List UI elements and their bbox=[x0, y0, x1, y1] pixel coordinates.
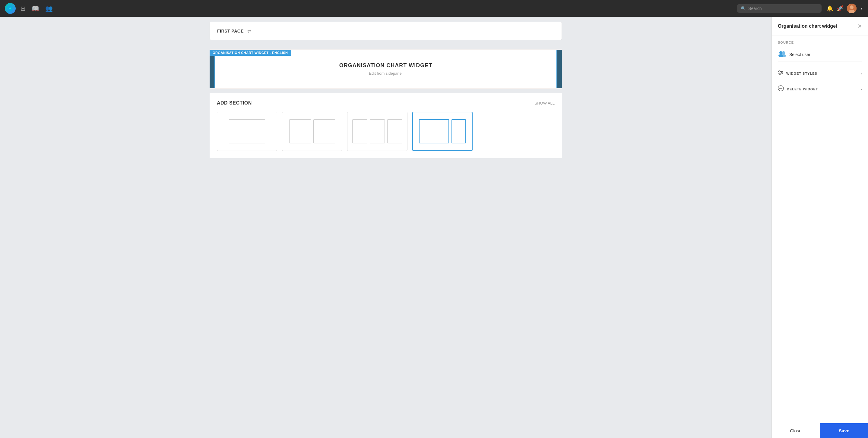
nav-icons: ⊞ 📖 👥 bbox=[21, 5, 53, 12]
page-icon: ⇄ bbox=[247, 28, 251, 34]
book-icon[interactable]: 📖 bbox=[32, 5, 39, 12]
avatar-dropdown-caret[interactable]: ▼ bbox=[860, 7, 863, 10]
page-title: FIRST PAGE bbox=[217, 29, 244, 33]
svg-point-13 bbox=[781, 73, 783, 74]
layout-options bbox=[217, 112, 555, 151]
delete-widget-left: DELETE WIDGET bbox=[778, 85, 818, 93]
rocket-icon[interactable]: 🚀 bbox=[837, 5, 843, 12]
delete-widget-row[interactable]: DELETE WIDGET › bbox=[778, 81, 862, 97]
side-panel-close-icon[interactable]: ✕ bbox=[858, 23, 862, 30]
layout-single-column[interactable] bbox=[217, 112, 277, 151]
sliders-icon bbox=[778, 70, 783, 76]
page-container: FIRST PAGE ⇄ ORGANISATION CHART WIDGET -… bbox=[205, 17, 567, 163]
svg-point-6 bbox=[779, 51, 782, 54]
widget-styles-row[interactable]: WIDGET STYLES › bbox=[778, 66, 862, 81]
widget-styles-chevron-icon: › bbox=[861, 71, 862, 76]
source-label: SOURCE bbox=[778, 41, 862, 44]
svg-point-11 bbox=[779, 71, 780, 72]
main-layout: FIRST PAGE ⇄ ORGANISATION CHART WIDGET -… bbox=[0, 17, 868, 438]
widget-subtitle: Edit from sidepanel bbox=[221, 71, 550, 76]
layout-two-column[interactable] bbox=[282, 112, 342, 151]
delete-circle-icon bbox=[778, 85, 784, 93]
delete-widget-label: DELETE WIDGET bbox=[787, 87, 818, 91]
layout-two-column-unequal[interactable] bbox=[412, 112, 473, 151]
avatar[interactable] bbox=[847, 4, 857, 13]
notifications-icon[interactable]: 🔔 bbox=[826, 5, 833, 12]
show-all-button[interactable]: SHOW ALL bbox=[535, 101, 555, 105]
side-panel-body: SOURCE Select user bbox=[772, 36, 868, 423]
side-panel-title: Organisation chart widget bbox=[778, 24, 837, 29]
layout-three-column[interactable] bbox=[347, 112, 407, 151]
top-navigation: ⊞ 📖 👥 🔍 🔔 🚀 ▼ bbox=[0, 0, 868, 17]
widget-section: ORGANISATION CHART WIDGET - ENGLISH ORGA… bbox=[210, 50, 562, 88]
select-user-label: Select user bbox=[789, 52, 810, 57]
select-user-row[interactable]: Select user bbox=[778, 48, 862, 62]
search-bar[interactable]: 🔍 bbox=[737, 4, 822, 13]
close-button[interactable]: Close bbox=[772, 423, 820, 438]
layers-icon[interactable]: ⊞ bbox=[21, 5, 26, 12]
side-panel-footer: Close Save bbox=[772, 423, 868, 438]
search-icon: 🔍 bbox=[741, 6, 746, 11]
svg-point-7 bbox=[782, 51, 785, 54]
side-panel-header: Organisation chart widget ✕ bbox=[772, 17, 868, 36]
svg-point-15 bbox=[780, 74, 781, 76]
page-header: FIRST PAGE ⇄ bbox=[210, 22, 562, 40]
page-area: FIRST PAGE ⇄ ORGANISATION CHART WIDGET -… bbox=[0, 17, 772, 438]
user-group-icon bbox=[778, 50, 786, 59]
widget-badge: ORGANISATION CHART WIDGET - ENGLISH bbox=[210, 50, 291, 56]
side-panel: Organisation chart widget ✕ SOURCE Selec… bbox=[772, 17, 868, 438]
search-input[interactable] bbox=[748, 6, 818, 11]
delete-widget-chevron-icon: › bbox=[861, 87, 862, 92]
app-logo[interactable] bbox=[5, 3, 16, 14]
save-button[interactable]: Save bbox=[820, 423, 868, 438]
widget-title: ORGANISATION CHART WIDGET bbox=[221, 62, 550, 69]
add-section-title: ADD SECTION bbox=[217, 100, 252, 106]
widget-styles-label: WIDGET STYLES bbox=[786, 72, 817, 75]
widget-styles-left: WIDGET STYLES bbox=[778, 70, 817, 76]
add-section-header: ADD SECTION SHOW ALL bbox=[217, 100, 555, 106]
svg-point-2 bbox=[9, 7, 11, 9]
nav-right-actions: 🔔 🚀 ▼ bbox=[826, 4, 863, 13]
people-icon[interactable]: 👥 bbox=[45, 5, 53, 12]
add-section-container: ADD SECTION SHOW ALL bbox=[210, 93, 562, 158]
svg-point-4 bbox=[850, 5, 854, 9]
